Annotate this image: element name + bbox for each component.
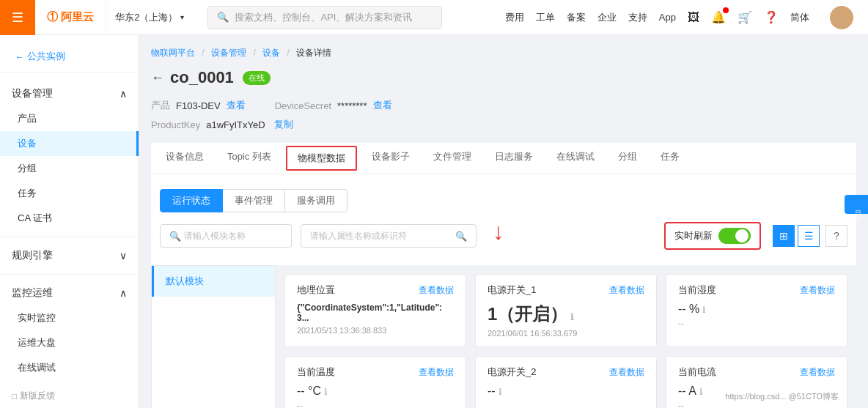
card-header-humidity: 当前湿度 查看数据	[678, 283, 835, 297]
sub-tab-service-call[interactable]: 服务调用	[284, 189, 347, 212]
nav-action-support[interactable]: 支持	[628, 11, 647, 24]
sidebar-item-realtime-monitor[interactable]: 实时监控	[0, 305, 139, 330]
info-icon-current[interactable]: ℹ	[699, 387, 703, 397]
sidebar-item-ca[interactable]: CA 证书	[0, 206, 139, 231]
sidebar-item-online-debug[interactable]: 在线调试	[0, 355, 139, 380]
sub-tab-event-mgmt[interactable]: 事件管理	[222, 189, 285, 212]
tab-device-info[interactable]: 设备信息	[154, 143, 216, 174]
nav-simplify[interactable]: 简体	[790, 11, 809, 24]
card-link-switch1[interactable]: 查看数据	[609, 284, 644, 297]
search-icon-right: 🔍	[455, 231, 467, 242]
nav-action-filing[interactable]: 备案	[567, 11, 586, 24]
sidebar-item-group[interactable]: 分组	[0, 156, 139, 181]
card-link-temp[interactable]: 查看数据	[419, 366, 454, 379]
sidebar-section-title-monitor[interactable]: 监控运维 ∧	[0, 281, 139, 305]
tab-thing-model[interactable]: 物模型数据	[286, 146, 357, 171]
product-view-link[interactable]: 查看	[227, 99, 246, 112]
breadcrumb-devices[interactable]: 设备	[262, 48, 280, 58]
sidebar-item-product[interactable]: 产品	[0, 106, 139, 131]
card-link-switch2[interactable]: 查看数据	[609, 366, 644, 379]
device-name: co_0001	[170, 68, 234, 87]
hamburger-menu[interactable]: ☰	[0, 0, 35, 35]
info-icon-temp[interactable]: ℹ	[324, 387, 328, 397]
breadcrumb-iot[interactable]: 物联网平台	[151, 48, 195, 58]
card-value-humidity: -- %ℹ	[678, 303, 835, 316]
sidebar-section-title-device[interactable]: 设备管理 ∧	[0, 81, 139, 106]
search-area: 🔍 搜索文档、控制台、API、解决方案和资讯	[196, 6, 499, 29]
nav-action-enterprise[interactable]: 企业	[597, 11, 617, 24]
chevron-up-icon: ∧	[119, 88, 127, 100]
sidebar-section-title-rules[interactable]: 规则引擎 ∨	[0, 243, 139, 268]
card-header-switch2: 电源开关_2 查看数据	[488, 366, 644, 379]
back-label: 公共实例	[27, 50, 65, 63]
page-title-area: ← co_0001 在线	[151, 68, 856, 87]
nav-action-ticket[interactable]: 工单	[536, 11, 555, 24]
search-bar[interactable]: 🔍 搜索文档、控制台、API、解决方案和资讯	[207, 6, 442, 29]
card-title-current: 当前电流	[678, 366, 716, 379]
feedback-button[interactable]: □ 新版反馈	[12, 390, 55, 402]
region-selector[interactable]: 华东2（上海） ▾	[106, 11, 196, 24]
tab-task[interactable]: 任务	[649, 143, 691, 174]
tab-file-mgmt[interactable]: 文件管理	[422, 143, 483, 174]
tab-topic-list[interactable]: Topic 列表	[216, 143, 283, 174]
module-panel: 默认模块	[151, 265, 276, 408]
sidebar: ← 公共实例 设备管理 ∧ 产品 设备 分组 任务 CA 证书 规则引擎 ∨ 监…	[0, 35, 139, 408]
user-avatar[interactable]	[830, 6, 853, 29]
section-label: 监控运维	[12, 286, 53, 300]
device-secret-view-link[interactable]: 查看	[373, 99, 392, 112]
tab-group[interactable]: 分组	[606, 143, 649, 174]
card-link-geo[interactable]: 查看数据	[419, 284, 454, 297]
sidebar-item-task[interactable]: 任务	[0, 181, 139, 206]
breadcrumb-device-mgmt[interactable]: 设备管理	[211, 48, 246, 58]
grid-view-button[interactable]: ⊞	[773, 225, 795, 247]
data-card-switch2: 电源开关_2 查看数据 --ℹ	[475, 356, 657, 408]
default-module-item[interactable]: 默认模块	[152, 266, 275, 297]
copy-button[interactable]: 复制	[274, 118, 293, 131]
filter-row: 🔍 请输入模块名称 请输入属性名称或标识符 🔍 ↓ 实时刷新	[151, 221, 856, 256]
module-filter-input[interactable]: 🔍 请输入模块名称	[160, 224, 292, 248]
device-secret-value: ********	[337, 100, 367, 111]
search-icon: 🔍	[217, 12, 229, 23]
chevron-down-icon: ▾	[180, 13, 184, 21]
refresh-toggle[interactable]	[718, 228, 751, 244]
meta-product-key: ProductKey a1wFyITxYeD 复制	[151, 118, 293, 131]
hamburger-icon: ☰	[12, 10, 23, 26]
card-time-switch1: 2021/06/01 16:56:33.679	[488, 329, 644, 338]
info-icon-switch1[interactable]: ℹ	[570, 312, 574, 322]
nav-action-fee[interactable]: 费用	[505, 11, 524, 24]
card-header-current: 当前电流 查看数据	[678, 366, 835, 379]
meta-product: 产品 F103-DEV 查看	[151, 99, 246, 112]
sidebar-back-button[interactable]: ← 公共实例	[0, 41, 139, 73]
sidebar-section-monitor: 监控运维 ∧ 实时监控 运维大盘 在线调试	[0, 278, 139, 383]
float-bubble[interactable]: 品	[845, 195, 868, 214]
breadcrumb-sep2: /	[253, 48, 255, 58]
back-arrow-icon[interactable]: ←	[151, 70, 164, 86]
nav-icon-bell[interactable]: 🔔	[711, 10, 726, 24]
sidebar-item-device[interactable]: 设备	[0, 131, 139, 156]
feedback-icon: □	[12, 391, 17, 401]
list-view-button[interactable]: ☰	[798, 225, 820, 247]
card-header-switch1: 电源开关_1 查看数据	[488, 283, 644, 297]
card-link-current[interactable]: 查看数据	[800, 366, 835, 379]
data-grid: 地理位置 查看数据 {"CoordinateSystem":1,"Latitud…	[276, 265, 856, 408]
prop-filter-input[interactable]: 请输入属性名称或标识符 🔍	[301, 224, 477, 248]
help-button[interactable]: ?	[825, 225, 847, 247]
sidebar-item-ops-board[interactable]: 运维大盘	[0, 330, 139, 355]
nav-icon-cart[interactable]: 🛒	[738, 10, 752, 24]
toggle-circle	[735, 229, 749, 242]
main-tabs: 设备信息 Topic 列表 物模型数据 设备影子 文件管理 日志服务 在线调试 …	[151, 143, 856, 174]
tab-device-shadow[interactable]: 设备影子	[360, 143, 422, 174]
realtime-refresh-button[interactable]: 实时刷新	[664, 222, 761, 250]
nav-icon-image[interactable]: 🖼	[688, 11, 699, 24]
info-icon-switch2[interactable]: ℹ	[499, 387, 502, 397]
info-icon-humidity[interactable]: ℹ	[702, 305, 706, 315]
tab-online-debug[interactable]: 在线调试	[545, 143, 606, 174]
sub-tabs: 运行状态 事件管理 服务调用	[151, 180, 856, 212]
sub-tab-running-status[interactable]: 运行状态	[160, 189, 223, 212]
nav-action-app[interactable]: App	[659, 12, 676, 23]
nav-actions: 费用 工单 备案 企业 支持 App 🖼 🔔 🛒 ❓ 简体	[499, 6, 868, 29]
card-link-humidity[interactable]: 查看数据	[800, 284, 835, 297]
data-card-humidity: 当前湿度 查看数据 -- %ℹ --	[666, 274, 847, 347]
nav-icon-help[interactable]: ❓	[764, 10, 779, 24]
tab-log-service[interactable]: 日志服务	[483, 143, 545, 174]
